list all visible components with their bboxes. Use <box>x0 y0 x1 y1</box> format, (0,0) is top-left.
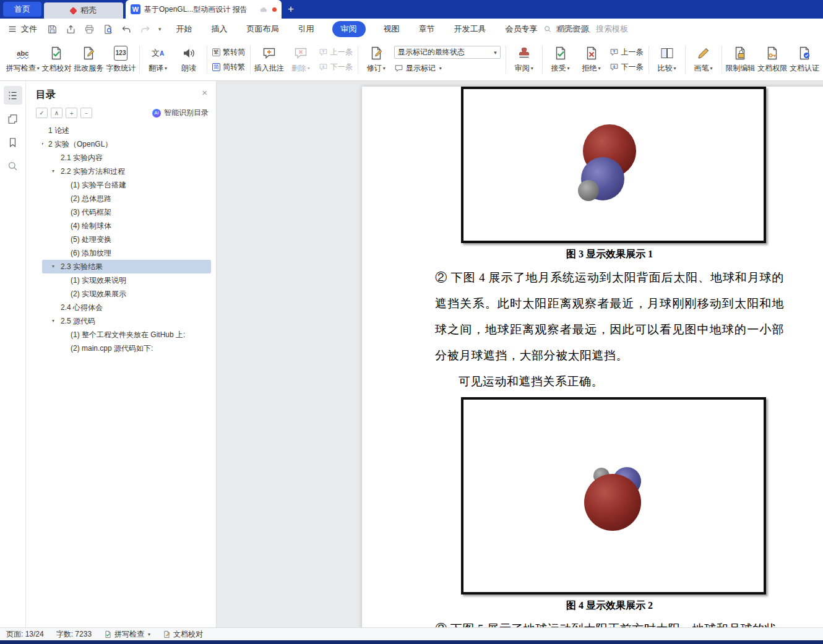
chevron-down-icon: ▾ <box>598 66 601 71</box>
tab-review[interactable]: 审阅 <box>332 21 366 37</box>
figure-4-image[interactable] <box>461 397 766 595</box>
tab-insert[interactable]: 插入 <box>210 22 229 36</box>
moon-sphere <box>578 180 599 201</box>
toc-item[interactable]: (6) 添加纹理 <box>42 246 211 260</box>
tab-page-layout[interactable]: 页面布局 <box>246 22 280 36</box>
spell-check-status-button[interactable]: 拼写检查 ▾ <box>104 629 150 640</box>
thumbnails-panel-button[interactable] <box>4 109 22 128</box>
tab-references[interactable]: 引用 <box>297 22 316 36</box>
toc-panel-button[interactable] <box>4 86 22 105</box>
tab-start[interactable]: 开始 <box>175 22 194 36</box>
prev-change-button[interactable]: 上一条 <box>610 47 644 58</box>
toc-item[interactable]: ▾2 实验（OpenGL） <box>42 137 211 151</box>
delete-comment-icon <box>293 46 308 61</box>
toc-item[interactable]: ▾2.2 实验方法和过程 <box>42 165 211 178</box>
simp-to-trad-button[interactable]: 简 简转繁 <box>212 62 245 72</box>
chevron-down-icon[interactable]: ▾ <box>52 314 54 328</box>
show-markup-button[interactable]: 显示标记 ▾ <box>394 63 501 74</box>
toc-item[interactable]: (2) main.cpp 源代码如下: <box>42 341 211 355</box>
trad-to-simp-button[interactable]: 繁 繁转简 <box>212 47 245 58</box>
find-panel-button[interactable] <box>4 157 22 175</box>
pen-button[interactable]: 画笔▾ <box>688 41 719 78</box>
document-canvas[interactable]: 图 3 显示效果展示 1 ② 下图 4 展示了地月系统运动到太阳背面后太阳、地球… <box>217 81 823 627</box>
tab-developer[interactable]: 开发工具 <box>453 22 488 36</box>
chevron-down-icon[interactable]: ▾ <box>52 165 54 178</box>
word-count-indicator[interactable]: 字数: 7233 <box>56 629 92 640</box>
prev-comment-button[interactable]: 上一条 <box>319 47 353 58</box>
reject-change-button[interactable]: 拒绝▾ <box>576 41 607 78</box>
bookmarks-panel-button[interactable] <box>4 133 22 152</box>
customize-toolbar-caret-icon[interactable]: ▾ <box>158 26 162 32</box>
tab-view[interactable]: 视图 <box>382 22 401 36</box>
file-menu-button[interactable]: 文件 <box>7 24 37 35</box>
unsaved-indicator-dot <box>272 7 277 12</box>
review-ribbon: abc 拼写检查▾ 文档校对 批改服务 123 字数统计 文A 翻译▾ 朗读 繁… <box>0 40 823 81</box>
toc-item[interactable]: (1) 实现效果说明 <box>42 273 211 287</box>
toc-item[interactable]: 1 论述 <box>42 124 211 137</box>
toc-expand-button[interactable]: ＋ <box>66 108 77 118</box>
compare-button[interactable]: 比较▾ <box>652 41 683 78</box>
home-tab[interactable]: 首页 <box>3 2 41 17</box>
toc-check-button[interactable]: ✓ <box>36 108 48 118</box>
toc-item[interactable]: (3) 代码框架 <box>42 205 211 219</box>
document-tab[interactable]: W 基于OpenGL...型动画设计 报告 <box>126 0 282 19</box>
toc-item[interactable]: (4) 绘制球体 <box>42 219 211 233</box>
toc-item-selected[interactable]: ▾2.3 实验结果 <box>42 260 211 273</box>
page-indicator[interactable]: 页面: 13/24 <box>6 629 44 640</box>
smart-recognize-toc-button[interactable]: AI 智能识别目录 <box>152 108 209 118</box>
chevron-down-icon[interactable]: ▾ <box>52 260 54 273</box>
delete-comment-button[interactable]: 删除▾ <box>285 41 316 78</box>
close-icon[interactable]: × <box>202 87 207 98</box>
restrict-editing-icon <box>733 46 748 61</box>
toc-fold-button[interactable]: － <box>80 108 92 118</box>
figure-3-image[interactable] <box>461 87 766 243</box>
chevron-down-icon: ▾ <box>308 66 310 71</box>
toc-item[interactable]: 2.4 心得体会 <box>42 301 211 314</box>
spell-check-icon <box>104 630 112 638</box>
doc-certify-button[interactable]: 文档认证 <box>788 41 821 78</box>
translate-button[interactable]: 文A 翻译▾ <box>142 41 173 78</box>
chevron-down-icon[interactable]: ▾ <box>42 137 43 151</box>
next-comment-button[interactable]: 下一条 <box>319 62 353 72</box>
new-tab-button[interactable]: + <box>288 3 294 15</box>
document-page[interactable]: 图 3 显示效果展示 1 ② 下图 4 展示了地月系统运动到太阳背面后太阳、地球… <box>362 87 823 627</box>
print-preview-icon[interactable] <box>103 24 113 35</box>
spell-check-button[interactable]: abc 拼写检查▾ <box>5 41 41 78</box>
toc-item[interactable]: (1) 整个工程文件夹放在 GitHub 上: <box>42 328 211 341</box>
doc-proof-button[interactable]: 文档校对 <box>41 41 73 78</box>
toc-item[interactable]: ▾2.5 源代码 <box>42 314 211 328</box>
redo-icon[interactable] <box>140 24 150 35</box>
toc-item[interactable]: (5) 处理变换 <box>42 233 211 246</box>
insert-comment-button[interactable]: 插入批注 <box>253 41 285 78</box>
store-tab[interactable]: 稻壳 <box>44 2 123 19</box>
body-paragraph-partial: ③ 下图 5 展示了地球运动到太阳正前方时太阳、地球和月球的状 <box>435 616 784 627</box>
tab-section[interactable]: 章节 <box>418 22 436 36</box>
toc-item[interactable]: (1) 实验平台搭建 <box>42 178 211 192</box>
read-aloud-button[interactable]: 朗读 <box>173 41 204 78</box>
next-change-button[interactable]: 下一条 <box>610 62 644 72</box>
ribbon-tabs: 开始 插入 页面布局 引用 审阅 视图 章节 开发工具 会员专享 稻壳资源 <box>175 21 590 37</box>
accept-change-button[interactable]: 接受▾ <box>545 41 576 78</box>
doc-permission-button[interactable]: 文档权限 <box>756 41 788 78</box>
review-button[interactable]: 审阅▾ <box>509 41 540 78</box>
export-icon[interactable] <box>66 24 76 35</box>
save-icon[interactable] <box>47 24 58 35</box>
toc-collapse-all-button[interactable]: ∧ <box>51 108 62 118</box>
print-icon[interactable] <box>84 24 95 35</box>
toc-item[interactable]: (2) 实现效果展示 <box>42 287 211 301</box>
grading-service-button[interactable]: 批改服务 <box>72 41 105 78</box>
markup-state-dropdown[interactable]: 显示标记的最终状态 ▾ <box>394 46 501 59</box>
quick-access-toolbar: ▾ <box>47 24 162 35</box>
command-search-box[interactable]: 查找命令、搜索模板 <box>543 24 628 35</box>
chevron-down-icon: ▾ <box>710 66 713 71</box>
doc-proof-status-button[interactable]: 文档校对 <box>163 629 203 640</box>
tab-membership[interactable]: 会员专享 <box>504 22 539 36</box>
toc-item[interactable]: 2.1 实验内容 <box>42 151 211 165</box>
word-count-button[interactable]: 123 字数统计 <box>105 41 137 78</box>
ribbon-separator <box>506 46 506 74</box>
toc-item[interactable]: (2) 总体思路 <box>42 192 211 205</box>
track-changes-button[interactable]: 修订▾ <box>361 41 392 78</box>
undo-icon[interactable] <box>121 24 132 35</box>
restrict-editing-button[interactable]: 限制编辑 <box>724 41 756 78</box>
comment-nav-group: 上一条 下一条 <box>316 41 355 78</box>
